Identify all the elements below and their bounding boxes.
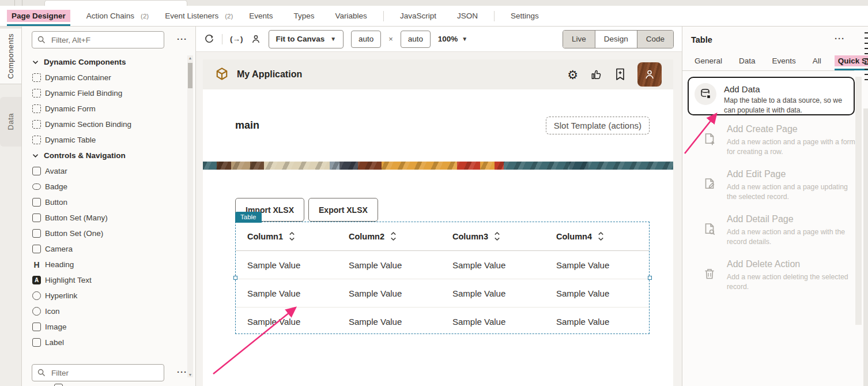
component-item-button-set-many[interactable]: Button Set (Many) bbox=[32, 210, 186, 226]
structure-menu-button[interactable]: ··· bbox=[177, 367, 187, 377]
table-cell: Sample Value bbox=[441, 308, 545, 335]
tab-separator bbox=[494, 11, 495, 21]
quickstart-text: Add Detail PageAdd a new action and a pa… bbox=[727, 214, 856, 246]
properties-tab-general[interactable]: General bbox=[691, 53, 726, 68]
live-forwarding-icon[interactable]: (→) bbox=[230, 35, 243, 43]
table-selection[interactable]: Column1Column2Column3Column4 Sample Valu… bbox=[235, 222, 650, 334]
tab-label: Action Chains bbox=[82, 10, 139, 22]
selection-handle-left[interactable] bbox=[233, 276, 237, 280]
user-avatar[interactable] bbox=[637, 62, 662, 87]
table-header-row: Column1Column2Column3Column4 bbox=[236, 222, 649, 251]
properties-tab-data[interactable]: Data bbox=[735, 53, 759, 68]
gear-icon[interactable]: ⚙ bbox=[567, 69, 578, 81]
component-item-badge[interactable]: Badge bbox=[32, 179, 186, 194]
properties-menu-button[interactable]: ··· bbox=[835, 33, 845, 43]
component-item-camera[interactable]: Camera bbox=[32, 241, 186, 257]
quickstart-description: Map the table to a data source, so we ca… bbox=[724, 96, 846, 115]
scroll-up-icon[interactable]: ▲ bbox=[187, 56, 193, 60]
editor-tab-events[interactable]: Events bbox=[244, 6, 277, 27]
export-xlsx-button[interactable]: Export XLSX bbox=[308, 198, 378, 222]
thumbs-up-icon[interactable] bbox=[590, 68, 603, 81]
refresh-icon[interactable] bbox=[204, 34, 214, 44]
properties-tab-all[interactable]: All bbox=[809, 53, 825, 68]
column-header-column2[interactable]: Column2 bbox=[337, 222, 441, 250]
components-filter-input[interactable] bbox=[50, 35, 158, 45]
rail-tab-components[interactable]: Components bbox=[0, 28, 21, 84]
quickstart-description: Add a new action and a page updating the… bbox=[727, 182, 856, 201]
column-header-column1[interactable]: Column1 bbox=[236, 222, 337, 250]
editor-tab-settings[interactable]: Settings bbox=[506, 6, 544, 27]
editor-tab-json[interactable]: JSON bbox=[452, 6, 482, 27]
sort-icon[interactable] bbox=[494, 231, 500, 241]
selection-handle-right[interactable] bbox=[648, 276, 652, 280]
component-item-dynamic-section-binding[interactable]: Dynamic Section Binding bbox=[32, 117, 186, 132]
editor-tab-event-listeners[interactable]: Event Listeners(2) bbox=[160, 6, 233, 27]
component-item-icon[interactable]: Icon bbox=[32, 303, 186, 319]
components-scrollbar[interactable]: ▲ ▼ bbox=[187, 55, 193, 377]
sort-icon[interactable] bbox=[390, 231, 397, 241]
component-item-avatar[interactable]: Avatar bbox=[32, 163, 186, 179]
scroll-down-icon[interactable]: ▼ bbox=[187, 373, 193, 377]
component-item-dynamic-form[interactable]: Dynamic Form bbox=[32, 101, 186, 117]
user-pointer-icon[interactable] bbox=[251, 34, 261, 44]
component-section-dynamic-components[interactable]: Dynamic Components bbox=[32, 54, 186, 70]
editor-tab-types[interactable]: Types bbox=[289, 6, 319, 27]
component-item-heading[interactable]: HHeading bbox=[32, 257, 186, 272]
design-canvas-region: (→) Fit to Canvas ▼ × 100% ▼ LiveDesignC… bbox=[196, 27, 682, 386]
mode-live-button[interactable]: Live bbox=[563, 31, 595, 48]
trash-icon bbox=[701, 259, 718, 291]
canvas-size-dropdown[interactable]: Fit to Canvas ▼ bbox=[269, 30, 344, 48]
mode-design-button[interactable]: Design bbox=[595, 31, 637, 48]
sort-icon[interactable] bbox=[289, 231, 295, 241]
quickstart-add-data[interactable]: Add DataMap the table to a data source, … bbox=[688, 77, 855, 115]
component-item-label[interactable]: Label bbox=[32, 335, 186, 350]
editor-tab-variables[interactable]: Variables bbox=[331, 6, 372, 27]
component-item-button-set-one[interactable]: Button Set (One) bbox=[32, 226, 186, 241]
canvas-height-input[interactable] bbox=[401, 31, 431, 48]
component-item-dynamic-container[interactable]: Dynamic Container bbox=[32, 70, 186, 85]
column-header-column3[interactable]: Column3 bbox=[441, 222, 545, 250]
app-header: My Application ⚙ bbox=[203, 59, 673, 89]
scrollbar-thumb[interactable] bbox=[188, 63, 193, 88]
component-item-hyperlink[interactable]: Hyperlink bbox=[32, 288, 186, 303]
table-row[interactable]: Sample ValueSample ValueSample ValueSamp… bbox=[236, 251, 649, 279]
component-item-dynamic-table[interactable]: Dynamic Table bbox=[32, 132, 186, 148]
components-menu-button[interactable]: ··· bbox=[177, 34, 187, 44]
canvas-width-input[interactable] bbox=[351, 31, 381, 48]
tab-label: Events bbox=[769, 55, 799, 66]
column-header-column4[interactable]: Column4 bbox=[545, 222, 649, 250]
slot-template-button[interactable]: Slot Template (actions) bbox=[546, 117, 650, 134]
rail-tab-data[interactable]: Data bbox=[0, 97, 21, 147]
editor-tab-action-chains[interactable]: Action Chains(2) bbox=[82, 6, 149, 27]
component-item-image[interactable]: Image bbox=[32, 319, 186, 335]
table-row[interactable]: Sample ValueSample ValueSample ValueSamp… bbox=[236, 279, 649, 308]
chevron-down-icon: ▼ bbox=[462, 36, 467, 42]
editor-tab-page-designer[interactable]: Page Designer bbox=[7, 6, 70, 27]
mode-code-button[interactable]: Code bbox=[637, 31, 673, 48]
properties-tab-events[interactable]: Events bbox=[769, 53, 799, 68]
heading-icon: H bbox=[32, 260, 41, 269]
structure-filter-input[interactable] bbox=[50, 368, 158, 378]
structure-filter[interactable] bbox=[32, 364, 164, 381]
hyperlink-icon bbox=[32, 291, 41, 300]
button-icon bbox=[32, 198, 41, 207]
component-item-button[interactable]: Button bbox=[32, 194, 186, 210]
panel-scrollbar-track[interactable] bbox=[855, 77, 862, 325]
sort-icon[interactable] bbox=[598, 231, 604, 241]
active-file-tab-top[interactable] bbox=[44, 0, 187, 6]
editor-tab-javascript[interactable]: JavaScript bbox=[395, 6, 441, 27]
table-row[interactable]: Sample ValueSample ValueSample ValueSamp… bbox=[236, 308, 649, 335]
component-item-dynamic-field-binding[interactable]: Dynamic Field Binding bbox=[32, 85, 186, 101]
component-item-label: Button Set (One) bbox=[45, 229, 103, 238]
quickstart-add-edit-page: Add Edit PageAdd a new action and a page… bbox=[701, 169, 851, 201]
chevron-down-icon bbox=[32, 153, 39, 158]
component-section-controls-navigation[interactable]: Controls & Navigation bbox=[32, 148, 186, 163]
table-body: Sample ValueSample ValueSample ValueSamp… bbox=[236, 251, 649, 335]
bookmark-plus-icon[interactable] bbox=[614, 68, 626, 81]
dynamic-container-icon bbox=[32, 73, 41, 82]
properties-tab-quick-start[interactable]: Quick Start bbox=[835, 53, 868, 68]
component-item-highlight-text[interactable]: AHighlight Text bbox=[32, 272, 186, 288]
dynamic-field-binding-icon bbox=[32, 89, 41, 98]
zoom-level-dropdown[interactable]: 100% ▼ bbox=[438, 35, 467, 43]
components-filter[interactable] bbox=[32, 31, 164, 48]
